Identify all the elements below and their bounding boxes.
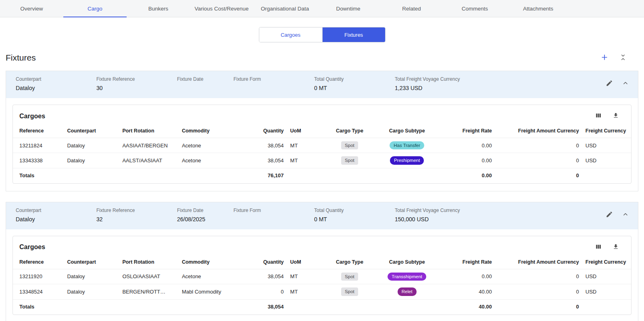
th-counterpart[interactable]: Counterpart [64, 124, 119, 138]
field-label: Fixture Reference [96, 208, 177, 213]
cell-cargo-type: Spot [325, 153, 374, 168]
totals-row: Totals 76,107 0.00 0 [13, 168, 631, 183]
field-label: Fixture Form [233, 208, 314, 213]
table-row[interactable]: 13343338 Dataloy AALST/AASIAAT Acetone 3… [13, 153, 631, 168]
th-freight-amount-currency[interactable]: Freight Amount Currency [495, 255, 582, 269]
th-cargo-type[interactable]: Cargo Type [325, 255, 374, 269]
th-quantity[interactable]: Quantity [242, 124, 287, 138]
tab-cargo[interactable]: Cargo [63, 0, 127, 17]
toggle-cargoes-button[interactable]: Cargoes [259, 27, 322, 42]
field-label: Total Freight Voyage Currency [395, 208, 460, 213]
cell-port-rotation: AALST/AASIAAT [119, 153, 179, 168]
field-fixture-form: Fixture Form [233, 208, 314, 223]
totals-row: Totals 38,054 40.00 0 [13, 299, 631, 315]
cell-reference: 13348524 [13, 284, 64, 299]
cargo-type-chip: Spot [341, 141, 358, 149]
th-reference[interactable]: Reference [13, 124, 64, 138]
th-commodity[interactable]: Commodity [179, 255, 242, 269]
th-reference[interactable]: Reference [13, 255, 64, 269]
cell-uom: MT [287, 284, 325, 299]
table-row[interactable]: 13348524 Dataloy BERGEN/ROTT… Mabl Commo… [13, 284, 631, 299]
download-button[interactable] [613, 112, 619, 120]
cell-freight-rate: 40.00 [440, 284, 495, 299]
cell-freight-rate: 0.00 [440, 138, 495, 153]
edit-fixture-button[interactable] [606, 80, 613, 88]
tab-various-cost-revenue[interactable]: Various Cost/Revenue [190, 0, 253, 17]
fixture-card-body: Cargoes [6, 229, 638, 321]
cell-counterpart: Dataloy [64, 269, 119, 284]
table-row[interactable]: 13211824 Dataloy AASIAAT/BERGEN Acetone … [13, 138, 631, 153]
totals-quantity: 76,107 [242, 168, 287, 183]
th-cargo-type[interactable]: Cargo Type [325, 124, 374, 138]
collapse-all-button[interactable] [620, 54, 626, 62]
table-row[interactable]: 13211920 Dataloy OSLO/AASIAAT Acetone 38… [13, 269, 631, 284]
cell-quantity: 38,054 [242, 138, 287, 153]
cargoes-panel-head: Cargoes [13, 236, 631, 255]
cell-counterpart: Dataloy [64, 138, 119, 153]
download-button[interactable] [613, 243, 619, 251]
field-label: Fixture Date [177, 76, 233, 82]
cargoes-panel-head: Cargoes [13, 105, 631, 124]
cell-quantity: 0 [242, 284, 287, 299]
cell-uom: MT [287, 138, 325, 153]
field-value: 32 [96, 216, 177, 223]
cell-freight-amount-currency: 0 [495, 284, 582, 299]
edit-fixture-button[interactable] [606, 211, 613, 219]
collapse-fixture-button[interactable] [623, 80, 628, 87]
totals-freight-rate: 40.00 [440, 299, 495, 315]
th-quantity[interactable]: Quantity [242, 255, 287, 269]
download-icon [613, 243, 619, 251]
cell-reference: 13211824 [13, 138, 64, 153]
cell-reference: 13211920 [13, 269, 64, 284]
field-value: 0 MT [314, 216, 395, 223]
collapse-fixture-button[interactable] [623, 212, 628, 218]
th-cargo-subtype[interactable]: Cargo Subtype [374, 124, 440, 138]
cell-cargo-type: Spot [325, 269, 374, 284]
field-value [233, 85, 314, 92]
th-freight-rate[interactable]: Freight Rate [440, 255, 495, 269]
field-value: 0 MT [314, 85, 395, 92]
cargoes-table: Reference Counterpart Port Rotation Comm… [13, 255, 631, 315]
cell-cargo-subtype: Relet [374, 284, 440, 299]
th-freight-amount-currency[interactable]: Freight Amount Currency [495, 124, 582, 138]
cell-commodity: Acetone [179, 138, 242, 153]
tab-related[interactable]: Related [380, 0, 443, 17]
totals-freight-rate: 0.00 [440, 168, 495, 183]
tab-comments[interactable]: Comments [443, 0, 506, 17]
field-label: Fixture Date [177, 208, 233, 213]
th-commodity[interactable]: Commodity [179, 124, 242, 138]
th-uom[interactable]: UoM [287, 124, 325, 138]
page-header: Fixtures [0, 42, 644, 71]
chevron-up-icon [623, 212, 628, 218]
cell-cargo-subtype: Preshipment [374, 153, 440, 168]
column-settings-button[interactable] [595, 112, 602, 120]
th-counterpart[interactable]: Counterpart [64, 255, 119, 269]
tab-downtime[interactable]: Downtime [317, 0, 380, 17]
cargoes-panel-title: Cargoes [19, 243, 45, 251]
cargo-subtype-chip: Preshipment [390, 156, 424, 164]
th-cargo-subtype[interactable]: Cargo Subtype [374, 255, 440, 269]
toggle-fixtures-button[interactable]: Fixtures [322, 27, 385, 42]
fixture-header: Counterpart Dataloy Fixture Reference 30… [6, 71, 638, 98]
th-port-rotation[interactable]: Port Rotation [119, 255, 179, 269]
cell-freight-currency: USD [582, 269, 631, 284]
th-uom[interactable]: UoM [287, 255, 325, 269]
tab-attachments[interactable]: Attachments [506, 0, 570, 17]
columns-icon [595, 243, 602, 251]
cell-port-rotation: OSLO/AASIAAT [119, 269, 179, 284]
th-freight-currency[interactable]: Freight Currency [582, 124, 631, 138]
fixture-actions [606, 208, 628, 219]
th-port-rotation[interactable]: Port Rotation [119, 124, 179, 138]
table-header-row: Reference Counterpart Port Rotation Comm… [13, 124, 631, 138]
tab-bunkers[interactable]: Bunkers [127, 0, 190, 17]
tab-overview[interactable]: Overview [0, 0, 63, 17]
cell-reference: 13343338 [13, 153, 64, 168]
add-fixture-button[interactable] [600, 53, 609, 63]
fixture-card: Counterpart Dataloy Fixture Reference 32… [6, 202, 638, 321]
column-settings-button[interactable] [595, 243, 602, 251]
th-freight-rate[interactable]: Freight Rate [440, 124, 495, 138]
cargoes-panel-actions [595, 112, 625, 120]
field-label: Fixture Reference [96, 76, 177, 82]
th-freight-currency[interactable]: Freight Currency [582, 255, 631, 269]
tab-organisational-data[interactable]: Organisational Data [253, 0, 317, 17]
